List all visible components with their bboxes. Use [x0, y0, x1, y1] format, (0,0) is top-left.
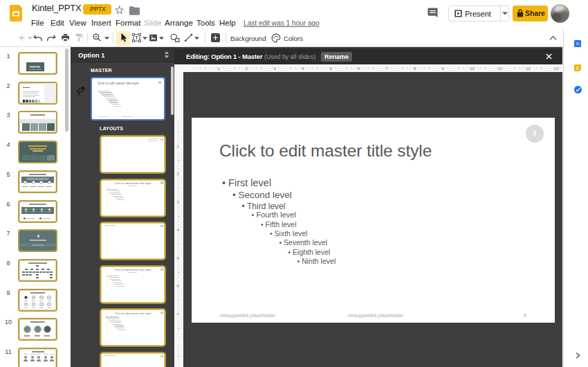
svg-text:31: 31 [576, 42, 580, 46]
